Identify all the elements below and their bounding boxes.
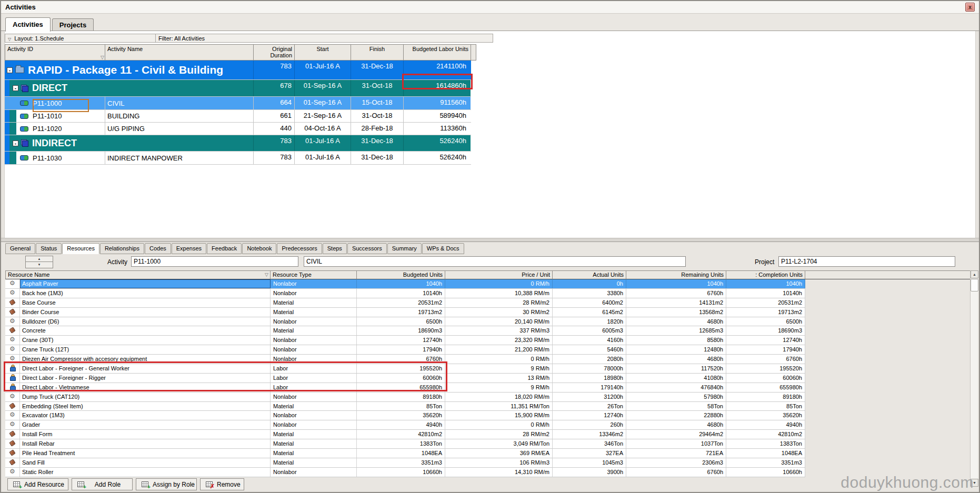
- wbs-row[interactable]: -INDIRECT78301-Jul-16 A31-Dec-18526240h: [5, 135, 471, 152]
- tab-resources[interactable]: Resources: [62, 243, 99, 254]
- activity-row[interactable]: P11-1000CIVIL66401-Sep-16 A15-Oct-189115…: [5, 97, 471, 110]
- resource-row[interactable]: Install RebarMaterial1383Ton3,049 RM/Ton…: [5, 439, 805, 449]
- actual-units-cell: 78000h: [553, 364, 626, 373]
- pane-splitter[interactable]: [1, 238, 979, 242]
- resource-row[interactable]: ⚙Diezen Air Compressor with accesory equ…: [5, 355, 805, 364]
- resource-row[interactable]: Base CourseMaterial20531m228 RM/m26400m2…: [5, 298, 805, 308]
- assign-by-role-button[interactable]: +Assign by Role: [136, 478, 197, 490]
- tab-summary[interactable]: Summary: [387, 243, 422, 254]
- column-header-budgeted-units[interactable]: Budgeted Units: [357, 270, 445, 279]
- activity-row[interactable]: P11-1020U/G PIPING44004-Oct-16 A28-Feb-1…: [5, 123, 471, 135]
- wbs-row[interactable]: -RAPID - Package 11 - Civil & Building78…: [5, 61, 471, 80]
- resource-row[interactable]: ⚙Asphalt PaverNonlabor1040h0 RM/h0h1040h…: [5, 279, 805, 289]
- add-grid-icon: +: [142, 481, 148, 487]
- activity-field-label: Activity: [107, 258, 127, 266]
- resource-row[interactable]: Direct Labor - VietnameseLabor655980h9 R…: [5, 383, 805, 393]
- filter-bar-button[interactable]: Filter: All Activities: [156, 34, 493, 43]
- resource-row[interactable]: ⚙Dump Truck (CAT120)Nonlabor89180h18,020…: [5, 393, 805, 402]
- activity-icon: [20, 100, 28, 106]
- detail-header: ▲ ▼ Activity Project: [1, 255, 979, 270]
- spinner-up-button[interactable]: ▲: [25, 256, 53, 262]
- resource-icon-cell: [5, 374, 20, 383]
- spinner-down-button[interactable]: ▼: [25, 262, 53, 268]
- price-unit-cell: 21,200 RM/m: [445, 345, 553, 354]
- scroll-up-icon[interactable]: ▲: [971, 270, 978, 278]
- resource-row[interactable]: ConcreteMaterial18690m3337 RM/m36005m312…: [5, 326, 805, 336]
- budgeted-labor-units-cell: 589940h: [403, 110, 471, 122]
- tab-successors[interactable]: Successors: [347, 243, 387, 254]
- price-unit-cell: 106 RM/m3: [445, 458, 553, 467]
- activity-row[interactable]: P11-1010BUILDING66121-Sep-16 A31-Oct-185…: [5, 110, 471, 123]
- resource-row[interactable]: ⚙Excavator (1M3)Nonlabor35620h15,900 RM/…: [5, 411, 805, 420]
- project-field[interactable]: [778, 256, 955, 267]
- resource-type-cell: Nonlabor: [271, 355, 357, 364]
- resource-row[interactable]: ⚙Crane Truck (12T)Nonlabor17940h21,200 R…: [5, 345, 805, 355]
- column-header-price-unit[interactable]: Price / Unit: [445, 270, 553, 279]
- tab-notebook[interactable]: Notebook: [242, 243, 276, 254]
- collapse-minus-icon[interactable]: -: [13, 85, 18, 91]
- resource-row[interactable]: ⚙Static RollerNonlabor10660h14,310 RM/m3…: [5, 468, 805, 477]
- filter-triangle-icon[interactable]: ▽: [265, 272, 268, 277]
- column-header-start[interactable]: Start: [295, 44, 351, 61]
- budgeted-units-cell: 195520h: [357, 364, 445, 373]
- column-header-original-duration[interactable]: Original Duration: [254, 44, 295, 61]
- wbs-row[interactable]: -DIRECT67801-Sep-16 A31-Oct-181614860h: [5, 80, 471, 97]
- activity-id-field[interactable]: [131, 256, 298, 267]
- collapse-minus-icon[interactable]: -: [7, 67, 13, 73]
- remove-button[interactable]: ✗Remove: [200, 478, 244, 490]
- button-label: Add Resource: [24, 481, 64, 488]
- resource-row[interactable]: Pile Head TreatmentMaterial1048EA369 RM/…: [5, 449, 805, 458]
- at-completion-units-cell: 4940h: [726, 420, 805, 429]
- column-header-resource-name[interactable]: Resource Name▽: [5, 270, 271, 279]
- resources-scrollbar[interactable]: ▲ ▼: [970, 270, 978, 487]
- tab-codes[interactable]: Codes: [145, 243, 171, 254]
- resource-row[interactable]: Binder CourseMaterial19713m230 RM/m26145…: [5, 308, 805, 317]
- resource-icon-cell: ⚙: [5, 336, 20, 345]
- column-header-budgeted-labor-units[interactable]: Budgeted Labor Units: [404, 44, 471, 61]
- activity-name-field[interactable]: [304, 256, 686, 267]
- resource-row[interactable]: Direct Labor - Foreigner - RiggerLabor60…: [5, 374, 805, 383]
- activity-id: P11-1030: [33, 154, 62, 162]
- column-header-resource-type[interactable]: Resource Type: [271, 270, 357, 279]
- add-role-button[interactable]: +Add Role: [72, 478, 133, 490]
- resource-type-cell: Nonlabor: [271, 393, 357, 401]
- close-icon[interactable]: x: [965, 3, 975, 12]
- add-resource-button[interactable]: +Add Resource: [7, 478, 68, 490]
- resource-row[interactable]: ⚙GraderNonlabor4940h0 RM/h260h4680h4940h: [5, 420, 805, 430]
- activity-icon: [20, 126, 28, 132]
- resource-row[interactable]: ⚙Bulldozer (D6)Nonlabor6500h20,140 RM/m1…: [5, 317, 805, 327]
- tab-projects[interactable]: Projects: [52, 18, 94, 32]
- layout-bar-button[interactable]: ▽Layout: 1.Schedule: [5, 34, 156, 43]
- column-header-actual-units[interactable]: Actual Units: [553, 270, 626, 279]
- budgeted-units-cell: 655980h: [357, 383, 445, 392]
- activity-row[interactable]: P11-1030INDIRECT MANPOWER78301-Jul-16 A3…: [5, 152, 471, 165]
- tab-expenses[interactable]: Expenses: [172, 243, 206, 254]
- tab-status[interactable]: Status: [36, 243, 62, 254]
- filter-triangle-icon[interactable]: ▽: [101, 55, 104, 60]
- column-header-activity-id[interactable]: Activity ID▽: [5, 44, 105, 61]
- nonlabor-gear-icon: ⚙: [9, 393, 15, 400]
- tab-activities[interactable]: Activities: [5, 17, 51, 32]
- tab-relationships[interactable]: Relationships: [100, 243, 144, 254]
- tab-steps[interactable]: Steps: [323, 243, 347, 254]
- resource-row[interactable]: ⚙Back hoe (1M3)Nonlabor10140h10,388 RM/m…: [5, 289, 805, 298]
- tab-feedback[interactable]: Feedback: [207, 243, 242, 254]
- resource-row[interactable]: Embedding (Steel Item)Material85Ton11,35…: [5, 402, 805, 411]
- scrollbar-thumb[interactable]: [971, 279, 978, 291]
- column-header-finish[interactable]: Finish: [351, 44, 404, 61]
- resource-row[interactable]: Direct Labor - Foreigner - General Worke…: [5, 364, 805, 374]
- resource-icon-cell: [5, 449, 20, 458]
- at-completion-units-cell: 89180h: [726, 393, 805, 401]
- finish-cell: 15-Oct-18: [351, 97, 403, 109]
- column-header-remaining-units[interactable]: Remaining Units: [626, 270, 726, 279]
- column-header-activity-name[interactable]: Activity Name: [105, 44, 254, 61]
- column-header-completion-units[interactable]: : Completion Units: [726, 270, 805, 279]
- resource-row[interactable]: Install FormMaterial42810m228 RM/m213346…: [5, 430, 805, 439]
- tab-wps-docs[interactable]: WPs & Docs: [422, 243, 464, 254]
- button-label: Assign by Role: [153, 481, 195, 488]
- tab-general[interactable]: General: [5, 243, 35, 254]
- resource-row[interactable]: ⚙Crane (30T)Nonlabor12740h23,320 RM/m416…: [5, 336, 805, 345]
- tab-predecessors[interactable]: Predecessors: [277, 243, 322, 254]
- collapse-minus-icon[interactable]: -: [13, 140, 18, 146]
- resource-row[interactable]: Sand FillMaterial3351m3106 RM/m31045m323…: [5, 458, 805, 468]
